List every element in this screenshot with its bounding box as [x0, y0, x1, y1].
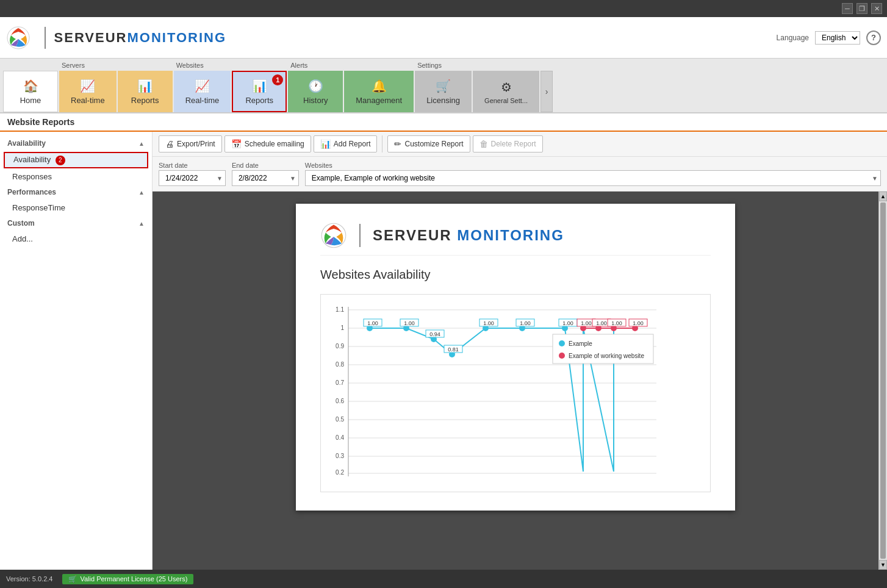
sidebar-section-availability[interactable]: Availability ▲ — [0, 135, 152, 151]
websites-label: Websites — [305, 162, 881, 169]
report-panel: SERVEUR MONITORING Websites Availability… — [153, 192, 887, 570]
start-date-label: Start date — [159, 162, 226, 169]
svg-text:0.8: 0.8 — [336, 361, 344, 368]
close-button[interactable]: ✕ — [871, 3, 882, 14]
tab-websites-reports-label: Reports — [245, 96, 273, 105]
report-paper: SERVEUR MONITORING Websites Availability… — [296, 204, 735, 511]
sidebar-item-availability[interactable]: Availability 2 — [4, 152, 148, 168]
add-report-icon: 📊 — [320, 139, 331, 149]
websites-input[interactable] — [308, 172, 872, 184]
minimize-button[interactable]: ─ — [842, 3, 853, 14]
svg-point-59 — [559, 340, 565, 346]
availability-header-label: Availability — [7, 139, 46, 148]
tab-websites-realtime[interactable]: 📈 Real-time — [174, 71, 231, 112]
customize-report-button[interactable]: ✏ Customize Report — [387, 135, 470, 152]
export-print-label: Export/Print — [177, 140, 215, 148]
start-date-group: Start date ▼ — [159, 162, 226, 186]
sidebar-item-add[interactable]: Add... — [0, 231, 152, 246]
svg-text:1.1: 1.1 — [336, 306, 344, 313]
tab-home-label: Home — [20, 96, 41, 105]
sidebar-item-responses[interactable]: Responses — [0, 169, 152, 184]
help-button[interactable]: ? — [866, 30, 881, 45]
restore-button[interactable]: ❐ — [856, 3, 867, 14]
tab-servers-reports[interactable]: 📊 Reports — [118, 71, 173, 112]
websites-arrow[interactable]: ▼ — [872, 175, 878, 182]
app-title: SERVEUR MONITORING — [54, 30, 227, 46]
app-header: | SERVEUR MONITORING Language English ? — [0, 17, 887, 59]
nav-group-settings: Settings 🛒 Licensing ⚙ General Sett... — [415, 62, 539, 112]
scrollbar-down[interactable]: ▼ — [879, 560, 887, 570]
svg-text:1.00: 1.00 — [562, 320, 573, 326]
tab-servers-reports-label: Reports — [131, 96, 159, 105]
license-icon: 🛒 — [68, 575, 77, 583]
reports-badge: 1 — [272, 74, 283, 85]
tab-history-label: History — [303, 96, 328, 105]
licensing-icon: 🛒 — [436, 79, 451, 93]
svg-text:0.81: 0.81 — [448, 346, 459, 353]
delete-icon: 🗑 — [479, 139, 488, 149]
custom-header-label: Custom — [7, 219, 35, 228]
sidebar-item-responsetime[interactable]: ResponseTime — [0, 200, 152, 215]
report-content[interactable]: SERVEUR MONITORING Websites Availability… — [153, 192, 878, 570]
report-logo-text: SERVEUR MONITORING — [373, 227, 564, 244]
availability-chevron: ▲ — [138, 140, 145, 147]
customize-icon: ✏ — [394, 139, 401, 149]
alerts-group-label: Alerts — [288, 62, 414, 69]
svg-text:0.94: 0.94 — [429, 331, 440, 337]
tab-management[interactable]: 🔔 Management — [344, 71, 414, 112]
start-date-input[interactable] — [162, 172, 217, 184]
servers-group-label: Servers — [59, 62, 173, 69]
performances-header-label: Performances — [7, 188, 56, 196]
sidebar-section-performances[interactable]: Performances ▲ — [0, 184, 152, 200]
report-logo-icon — [320, 222, 347, 249]
tab-licensing[interactable]: 🛒 Licensing — [415, 71, 472, 112]
export-print-icon: 🖨 — [165, 139, 174, 149]
title-bar: ─ ❐ ✕ — [0, 0, 887, 17]
tab-home[interactable]: 🏠 Home — [3, 71, 58, 112]
end-date-arrow[interactable]: ▼ — [290, 175, 296, 182]
svg-text:0.9: 0.9 — [336, 343, 344, 350]
svg-text:0.3: 0.3 — [336, 453, 344, 459]
right-scrollbar[interactable]: ▲ ▼ — [878, 192, 887, 570]
tab-servers-realtime[interactable]: 📈 Real-time — [59, 71, 117, 112]
svg-text:1.00: 1.00 — [367, 320, 378, 326]
customize-report-label: Customize Report — [404, 140, 463, 148]
tab-servers-realtime-label: Real-time — [71, 96, 105, 105]
end-date-input[interactable] — [235, 172, 290, 184]
schedule-emailing-button[interactable]: 📅 Schedule emailing — [224, 135, 311, 152]
scrollbar-up[interactable]: ▲ — [879, 192, 887, 201]
chart-area: 1.1 1 0.9 0.8 0.7 0.6 0.5 0.4 0.3 0.2 — [320, 294, 711, 492]
filter-bar: Start date ▼ End date ▼ Websites — [153, 157, 887, 192]
start-date-arrow[interactable]: ▼ — [217, 175, 223, 182]
add-report-button[interactable]: 📊 Add Report — [314, 135, 378, 152]
availability-chart: 1.1 1 0.9 0.8 0.7 0.6 0.5 0.4 0.3 0.2 — [327, 301, 681, 484]
schedule-emailing-icon: 📅 — [231, 139, 242, 149]
header-right: Language English ? — [777, 30, 881, 45]
custom-chevron: ▲ — [138, 220, 145, 227]
scrollbar-thumb[interactable] — [880, 203, 886, 559]
nav-group-websites: Websites 📈 Real-time 1 📊 Reports — [174, 62, 287, 112]
websites-reports-icon: 📊 — [252, 79, 267, 93]
delete-report-label: Delete Report — [491, 140, 536, 148]
logo-icon — [6, 26, 31, 50]
general-settings-icon: ⚙ — [501, 80, 512, 95]
language-selector[interactable]: English — [815, 31, 860, 45]
tab-general-settings[interactable]: ⚙ General Sett... — [473, 71, 539, 112]
tab-history[interactable]: 🕐 History — [288, 71, 343, 112]
end-date-group: End date ▼ — [232, 162, 299, 186]
more-tabs-arrow[interactable]: › — [540, 71, 553, 112]
tab-websites-reports[interactable]: 1 📊 Reports — [232, 71, 287, 112]
servers-reports-icon: 📊 — [137, 79, 153, 93]
svg-text:1.00: 1.00 — [483, 320, 494, 326]
license-text: Valid Permanent License (25 Users) — [80, 575, 187, 583]
nav-group-servers: Servers 📈 Real-time 📊 Reports — [59, 62, 173, 112]
svg-text:0.2: 0.2 — [336, 469, 344, 476]
svg-text:1.00: 1.00 — [611, 320, 622, 326]
delete-report-button[interactable]: 🗑 Delete Report — [473, 135, 543, 152]
export-print-button[interactable]: 🖨 Export/Print — [159, 135, 222, 152]
schedule-emailing-label: Schedule emailing — [245, 140, 304, 148]
report-paper-header: SERVEUR MONITORING — [320, 222, 711, 256]
svg-text:1.00: 1.00 — [404, 320, 415, 326]
websites-group: Websites ▼ — [305, 162, 881, 186]
sidebar-section-custom[interactable]: Custom ▲ — [0, 215, 152, 231]
